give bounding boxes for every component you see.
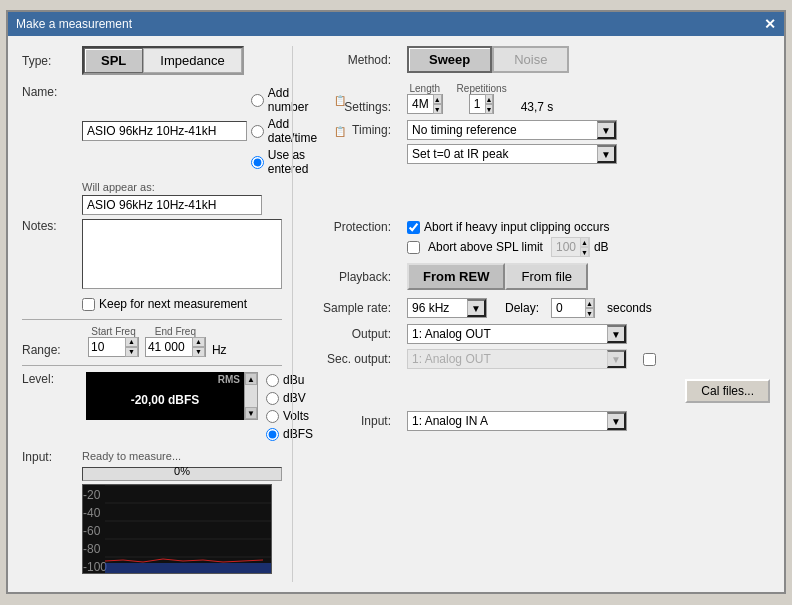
will-appear-as-label: Will appear as: <box>82 181 155 193</box>
cal-files-button[interactable]: Cal files... <box>685 379 770 403</box>
start-freq-down[interactable]: ▼ <box>125 347 138 357</box>
length-header: Length <box>410 83 441 94</box>
rep-down[interactable]: ▼ <box>485 104 494 114</box>
end-freq-input[interactable] <box>146 340 192 354</box>
sec-output-dropdown[interactable]: ▼ <box>607 350 626 368</box>
main-window: Make a measurement ✕ Type: SPL Impedance… <box>6 10 786 594</box>
keep-checkbox[interactable] <box>82 298 95 311</box>
t0-selected: Set t=0 at IR peak <box>408 147 597 161</box>
from-file-button[interactable]: From file <box>505 263 588 290</box>
notes-textarea[interactable] <box>82 219 282 289</box>
level-display: -20,00 dBFS <box>131 393 200 407</box>
dbfs-radio[interactable] <box>266 428 279 441</box>
impedance-button[interactable]: Impedance <box>143 48 241 73</box>
rms-label: RMS <box>218 374 240 385</box>
input-device-dropdown[interactable]: ▼ <box>607 412 626 430</box>
will-appear-input[interactable] <box>82 195 262 215</box>
svg-rect-11 <box>105 563 272 574</box>
start-freq-label: Start Freq <box>91 326 135 337</box>
name-input[interactable] <box>82 121 247 141</box>
sample-rate-value: 96 kHz <box>408 301 467 315</box>
spl-limit-unit: dB <box>594 240 609 254</box>
end-freq-label: End Freq <box>155 326 196 337</box>
svg-text:-40: -40 <box>83 506 101 520</box>
window-title: Make a measurement <box>16 17 132 31</box>
repetitions-value: 1 <box>470 97 485 111</box>
noise-button[interactable]: Noise <box>492 46 569 73</box>
timing-label: Timing: <box>309 123 399 137</box>
close-button[interactable]: ✕ <box>764 16 776 32</box>
rep-up[interactable]: ▲ <box>485 94 494 104</box>
delay-unit: seconds <box>607 301 652 315</box>
end-freq-up[interactable]: ▲ <box>192 337 205 347</box>
playback-button-group: From REW From file <box>407 263 588 290</box>
use-as-entered-radio[interactable] <box>251 156 264 169</box>
input-device-label: Input: <box>309 414 399 428</box>
abort-heavy-checkbox[interactable] <box>407 221 420 234</box>
freq-unit: Hz <box>212 343 227 357</box>
repetitions-header: Repetitions <box>457 83 507 94</box>
svg-text:-20: -20 <box>83 488 101 502</box>
settings-label: Settings: <box>309 100 399 114</box>
playback-label: Playback: <box>309 270 399 284</box>
notes-label: Notes: <box>22 219 82 233</box>
volts-radio[interactable] <box>266 410 279 423</box>
method-button-group: Sweep Noise <box>407 46 569 73</box>
add-date-radio[interactable] <box>251 125 264 138</box>
name-label: Name: <box>22 85 82 99</box>
sweep-button[interactable]: Sweep <box>407 46 492 73</box>
dbu-radio[interactable] <box>266 374 279 387</box>
sec-output-value: 1: Analog OUT <box>408 352 607 366</box>
add-number-radio[interactable] <box>251 94 264 107</box>
level-scroll-down[interactable]: ▼ <box>245 407 257 419</box>
level-scroll-up[interactable]: ▲ <box>245 373 257 385</box>
dbv-radio[interactable] <box>266 392 279 405</box>
delay-value: 0 <box>552 301 585 315</box>
level-label: Level: <box>22 372 82 386</box>
length-down[interactable]: ▼ <box>433 104 442 114</box>
protection-label: Protection: <box>309 220 399 257</box>
length-up[interactable]: ▲ <box>433 94 442 104</box>
output-label: Output: <box>309 327 399 341</box>
svg-text:-100: -100 <box>83 560 107 574</box>
delay-label: Delay: <box>505 301 539 315</box>
duration-text: 43,7 s <box>521 100 554 114</box>
length-value: 4M <box>408 97 433 111</box>
sec-output-label: Sec. output: <box>309 352 399 366</box>
ready-text: Ready to measure... <box>82 450 282 462</box>
abort-spl-checkbox[interactable] <box>407 241 420 254</box>
sec-output-checkbox[interactable] <box>643 353 656 366</box>
input-graph: -20 -40 -60 -80 -100 <box>82 484 272 574</box>
start-freq-up[interactable]: ▲ <box>125 337 138 347</box>
abort-heavy-label: Abort if heavy input clipping occurs <box>424 220 609 234</box>
type-button-group: SPL Impedance <box>82 46 244 75</box>
delay-down[interactable]: ▼ <box>585 308 594 318</box>
input-label: Input: <box>22 450 82 464</box>
output-dropdown[interactable]: ▼ <box>607 325 626 343</box>
from-rew-button[interactable]: From REW <box>407 263 505 290</box>
level-scrollbar[interactable]: ▲ ▼ <box>244 372 258 420</box>
spl-button[interactable]: SPL <box>84 48 143 73</box>
type-label: Type: <box>22 54 82 68</box>
end-freq-down[interactable]: ▼ <box>192 347 205 357</box>
delay-up[interactable]: ▲ <box>585 298 594 308</box>
spl-limit-value: 100 <box>552 240 580 254</box>
svg-text:-80: -80 <box>83 542 101 556</box>
method-label: Method: <box>309 53 399 67</box>
spl-limit-down[interactable]: ▼ <box>580 247 589 257</box>
input-device-value: 1: Analog IN A <box>408 414 607 428</box>
spl-limit-up[interactable]: ▲ <box>580 237 589 247</box>
abort-spl-label: Abort above SPL limit <box>428 240 543 254</box>
start-freq-input[interactable] <box>89 340 125 354</box>
t0-dropdown-btn[interactable]: ▼ <box>597 145 616 163</box>
sample-rate-label: Sample rate: <box>309 301 399 315</box>
output-value: 1: Analog OUT <box>408 327 607 341</box>
timing-dropdown-btn[interactable]: ▼ <box>597 121 616 139</box>
sample-rate-dropdown[interactable]: ▼ <box>467 299 486 317</box>
timing-selected: No timing reference <box>408 123 597 137</box>
title-bar: Make a measurement ✕ <box>8 12 784 36</box>
keep-label: Keep for next measurement <box>99 297 247 311</box>
progress-text: 0% <box>82 465 282 477</box>
range-label: Range: <box>22 343 82 357</box>
svg-text:-60: -60 <box>83 524 101 538</box>
